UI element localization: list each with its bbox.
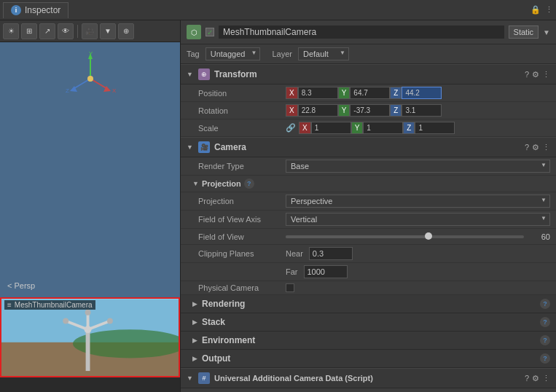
more-icon[interactable]: ⋮: [545, 5, 553, 15]
object-icon: ⬡: [187, 25, 201, 39]
fov-slider-thumb[interactable]: [425, 232, 432, 240]
static-dropdown-arrow[interactable]: ▼: [543, 28, 550, 36]
projection-arrow: ▼: [192, 180, 199, 187]
toolbar-btn-5[interactable]: 🎥: [82, 23, 98, 39]
camera-more-icon[interactable]: ⋮: [542, 143, 550, 152]
scale-value: 🔗 X Y Z: [286, 122, 550, 134]
svg-text:Y: Y: [89, 50, 93, 57]
uacd-actions: ? ⚙ ⋮: [525, 374, 550, 383]
uacd-gear-icon[interactable]: ⚙: [532, 374, 539, 383]
physical-camera-checkbox[interactable]: [286, 283, 294, 292]
stack-question-icon[interactable]: ?: [540, 317, 550, 327]
rot-z-input[interactable]: [402, 104, 442, 117]
projection-subsection-header[interactable]: ▼ Projection ?: [181, 176, 556, 192]
toolbar-separator: [77, 25, 78, 38]
clipping-near-row: Clipping Planes Near: [181, 245, 556, 263]
projection-title: Projection: [202, 179, 241, 188]
persp-label: < Persp: [7, 281, 35, 290]
fov-axis-value: Vertical: [286, 213, 550, 226]
fov-axis-dropdown[interactable]: Vertical: [286, 213, 550, 226]
scale-x-label: X: [299, 122, 311, 134]
rendering-title: Rendering: [202, 299, 536, 309]
rendering-row[interactable]: ▶ Rendering ?: [181, 295, 556, 313]
svg-point-6: [87, 76, 93, 82]
tag-dropdown[interactable]: Untagged: [205, 47, 261, 60]
fov-slider-track[interactable]: [286, 235, 524, 238]
main-layout: ☀ ⊞ ↗ 👁 🎥 ▼ ⊕: [0, 20, 556, 392]
scale-link-icon[interactable]: 🔗: [286, 123, 296, 133]
rotation-row: Rotation X Y Z: [181, 102, 556, 119]
rendering-arrow: ▶: [192, 300, 197, 307]
pos-x-input[interactable]: [298, 87, 338, 99]
transform-more-icon[interactable]: ⋮: [542, 70, 550, 79]
uacd-section-header[interactable]: ▼ # Universal Additional Camera Data (Sc…: [181, 368, 556, 388]
scale-y-label: Y: [351, 122, 364, 134]
clipping-far-row: Far: [181, 263, 556, 281]
toolbar-btn-2[interactable]: ⊞: [21, 23, 37, 39]
toolbar-btn-arrow[interactable]: ▼: [100, 23, 116, 39]
toolbar-btn-4[interactable]: 👁: [58, 23, 74, 39]
rotation-xyz-group: X Y Z: [286, 104, 550, 117]
environment-question-icon[interactable]: ?: [540, 335, 550, 345]
toolbar-btn-3[interactable]: ↗: [39, 23, 55, 39]
uacd-question-icon[interactable]: ?: [525, 374, 529, 383]
environment-arrow: ▶: [192, 337, 197, 344]
clipping-near-value: Near: [286, 247, 550, 260]
transform-gear-icon[interactable]: ⚙: [532, 70, 539, 79]
camera-preview-name: MeshThumbnailCamera: [15, 301, 93, 309]
rendering-question-icon[interactable]: ?: [540, 299, 550, 309]
toolbar-btn-6[interactable]: ⊕: [118, 23, 134, 39]
output-row[interactable]: ▶ Output ?: [181, 350, 556, 368]
lock-icon[interactable]: 🔒: [530, 5, 541, 15]
layer-label: Layer: [272, 50, 292, 58]
environment-row[interactable]: ▶ Environment ?: [181, 332, 556, 350]
render-type-row: Render Type Base: [181, 157, 556, 176]
camera-question-icon[interactable]: ?: [525, 143, 529, 152]
layer-dropdown[interactable]: Default: [298, 47, 349, 60]
rot-x-input[interactable]: [298, 104, 338, 117]
rot-z-label: Z: [390, 104, 402, 117]
rot-y-input[interactable]: [350, 104, 390, 117]
camera-section-header[interactable]: ▼ 🎥 Camera ? ⚙ ⋮: [181, 137, 556, 157]
static-button[interactable]: Static: [509, 26, 539, 39]
object-enabled-checkbox[interactable]: ✓: [205, 28, 214, 36]
viewport-gizmo: Y X Z: [61, 50, 120, 108]
toolbar-btn-1[interactable]: ☀: [3, 23, 19, 39]
scale-x-input[interactable]: [311, 122, 351, 134]
fov-row: Field of View 60: [181, 229, 556, 245]
transform-question-icon[interactable]: ?: [525, 70, 529, 79]
viewport-area: Y X Z < Persp: [0, 42, 180, 297]
camera-icon: 🎥: [198, 141, 210, 153]
inspector-tab[interactable]: i Inspector: [3, 2, 68, 18]
projection-row: Projection Perspective: [181, 192, 556, 211]
camera-gear-icon[interactable]: ⚙: [532, 143, 539, 152]
position-value: X Y Z: [286, 87, 550, 99]
camera-actions: ? ⚙ ⋮: [525, 143, 550, 152]
viewport-toolbar: ☀ ⊞ ↗ 👁 🎥 ▼ ⊕: [0, 20, 180, 42]
uacd-title: Universal Additional Camera Data (Script…: [214, 374, 520, 383]
far-input[interactable]: [304, 265, 348, 278]
pos-y-input[interactable]: [350, 87, 390, 99]
camera-arrow: ▼: [187, 144, 194, 151]
near-input[interactable]: [309, 247, 353, 260]
position-row: Position X Y Z: [181, 85, 556, 102]
scale-y-input[interactable]: [363, 122, 403, 134]
stack-row[interactable]: ▶ Stack ?: [181, 313, 556, 332]
projection-dropdown[interactable]: Perspective: [286, 195, 550, 208]
far-label: Far: [286, 267, 298, 276]
output-question-icon[interactable]: ?: [540, 353, 550, 364]
transform-icon: ⊕: [198, 68, 210, 80]
transform-section-header[interactable]: ▼ ⊕ Transform ? ⚙ ⋮: [181, 64, 556, 85]
render-type-dropdown[interactable]: Base: [286, 160, 550, 173]
svg-point-19: [107, 318, 113, 324]
fov-slider-fill: [286, 235, 428, 238]
pos-z-input[interactable]: [402, 87, 442, 99]
projection-question-icon[interactable]: ?: [244, 179, 254, 189]
uacd-more-icon[interactable]: ⋮: [542, 374, 550, 383]
preview-scene: [1, 299, 179, 376]
clipping-far-value: Far: [286, 265, 550, 278]
tab-bar: i Inspector 🔒 ⋮: [0, 0, 556, 20]
output-title: Output: [202, 353, 536, 364]
scale-z-input[interactable]: [415, 122, 455, 134]
rot-x-label: X: [286, 104, 298, 117]
